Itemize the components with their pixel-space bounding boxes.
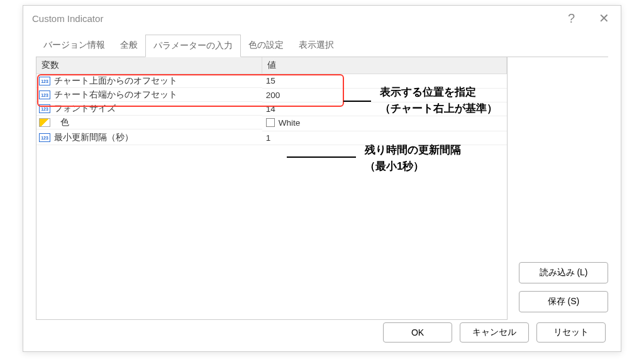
param-name: 最小更新間隔（秒） <box>54 132 133 143</box>
dialog-window: Custom Indicator ? ✕ バージョン情報 全般 パラメーターの入… <box>23 5 621 352</box>
tab-display-selection[interactable]: 表示選択 <box>291 35 341 57</box>
bottom-button-bar: OK キャンセル リセット <box>383 322 606 343</box>
param-value-color[interactable]: White <box>262 116 507 131</box>
param-name: チャート上面からのオフセット <box>54 75 177 87</box>
param-name: フォントサイズ <box>54 103 116 114</box>
reset-button[interactable]: リセット <box>536 322 606 343</box>
annotation-connector-1 <box>343 101 371 102</box>
load-button[interactable]: 読み込み (L) <box>519 262 608 283</box>
window-title: Custom Indicator <box>32 13 103 24</box>
save-button[interactable]: 保存 (S) <box>519 291 608 312</box>
tab-bar: バージョン情報 全般 パラメーターの入力 色の設定 表示選択 <box>36 35 608 57</box>
int-icon: 123 <box>39 104 50 113</box>
annotation-2: 残り時間の更新間隔 （最小1秒） <box>365 142 461 174</box>
tab-colors[interactable]: 色の設定 <box>241 35 291 57</box>
color-swatch <box>266 118 275 127</box>
titlebar: Custom Indicator ? ✕ <box>23 6 621 31</box>
param-name: チャート右端からのオフセット <box>54 89 177 101</box>
ok-button[interactable]: OK <box>383 322 452 343</box>
sidebar-buttons: 読み込み (L) 保存 (S) <box>519 57 608 320</box>
cancel-button[interactable]: キャンセル <box>460 322 529 343</box>
col-header-variable: 変数 <box>36 57 262 74</box>
color-icon <box>39 118 50 127</box>
annotation-connector-2 <box>287 156 356 158</box>
table-row: 色 White <box>36 116 507 131</box>
col-header-value: 値 <box>262 57 507 74</box>
int-icon: 123 <box>39 90 50 99</box>
help-icon[interactable]: ? <box>568 11 575 26</box>
annotation-1: 表示する位置を指定 （チャート右上が基準） <box>380 84 497 116</box>
tab-version-info[interactable]: バージョン情報 <box>36 35 113 57</box>
tab-parameters[interactable]: パラメーターの入力 <box>145 35 241 57</box>
int-icon: 123 <box>39 133 50 142</box>
content-area: 変数 値 123 チャート上面からのオフセット 15 123 チャート右端からの… <box>36 57 608 320</box>
int-icon: 123 <box>39 77 50 85</box>
close-icon[interactable]: ✕ <box>594 8 614 28</box>
param-name: 色 <box>54 117 69 128</box>
tab-general[interactable]: 全般 <box>113 35 145 57</box>
